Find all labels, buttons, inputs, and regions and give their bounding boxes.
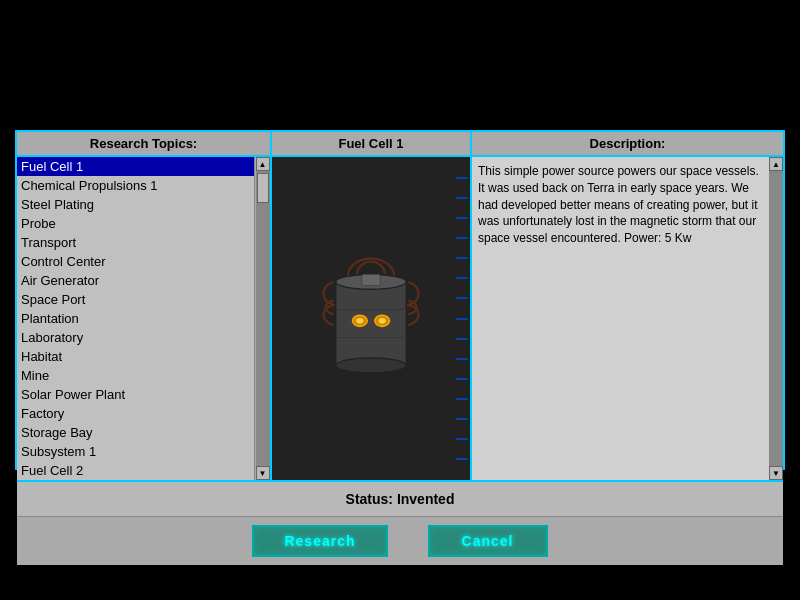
button-row: Research Cancel: [17, 517, 783, 565]
status-text: Status: Invented: [346, 491, 455, 507]
svg-point-2: [336, 358, 407, 373]
description-body: This simple power source powers our spac…: [472, 157, 783, 480]
middle-panel: Fuel Cell 1: [272, 132, 472, 480]
svg-point-8: [378, 318, 385, 324]
description-header: Description:: [472, 132, 783, 157]
list-item[interactable]: Chemical Propulsions 1: [17, 176, 254, 195]
research-button[interactable]: Research: [252, 525, 387, 557]
desc-scroll-up[interactable]: ▲: [769, 157, 783, 171]
list-item[interactable]: Laboratory: [17, 328, 254, 347]
desc-scroll-down[interactable]: ▼: [769, 466, 783, 480]
svg-rect-9: [362, 274, 381, 285]
left-panel: Research Topics: Fuel Cell 1Chemical Pro…: [17, 132, 272, 480]
svg-rect-0: [336, 281, 407, 365]
svg-point-7: [356, 318, 363, 324]
cancel-button[interactable]: Cancel: [428, 525, 548, 557]
fuel-cell-image: [311, 254, 431, 384]
decorative-lines: [454, 157, 470, 480]
dialog-main: Research Topics: Fuel Cell 1Chemical Pro…: [17, 132, 783, 482]
item-image-area: [272, 157, 470, 480]
list-item[interactable]: Factory: [17, 404, 254, 423]
list-item[interactable]: Solar Power Plant: [17, 385, 254, 404]
list-item[interactable]: Subsystem 1: [17, 442, 254, 461]
list-item[interactable]: Steel Plating: [17, 195, 254, 214]
list-item[interactable]: Transport: [17, 233, 254, 252]
list-item[interactable]: Air Generator: [17, 271, 254, 290]
topics-list[interactable]: Fuel Cell 1Chemical Propulsions 1Steel P…: [17, 157, 254, 480]
description-text: This simple power source powers our spac…: [478, 163, 777, 247]
scroll-thumb[interactable]: [257, 173, 269, 203]
list-item[interactable]: Habitat: [17, 347, 254, 366]
list-item[interactable]: Space Port: [17, 290, 254, 309]
list-item[interactable]: Mine: [17, 366, 254, 385]
item-name-header: Fuel Cell 1: [272, 132, 470, 157]
list-item[interactable]: Plantation: [17, 309, 254, 328]
right-panel: Description: This simple power source po…: [472, 132, 783, 480]
scroll-up-btn[interactable]: ▲: [256, 157, 270, 171]
desc-scroll-track: [769, 171, 783, 466]
list-item[interactable]: Fuel Cell 2: [17, 461, 254, 480]
bottom-section: Status: Invented Research Cancel: [17, 482, 783, 565]
desc-scrollbar: ▲ ▼: [769, 157, 783, 480]
list-item[interactable]: Control Center: [17, 252, 254, 271]
research-dialog: Research Topics: Fuel Cell 1Chemical Pro…: [15, 130, 785, 470]
topics-header: Research Topics:: [17, 132, 270, 157]
list-item[interactable]: Probe: [17, 214, 254, 233]
scroll-down-btn[interactable]: ▼: [256, 466, 270, 480]
list-item[interactable]: Fuel Cell 1: [17, 157, 254, 176]
topics-list-container: Fuel Cell 1Chemical Propulsions 1Steel P…: [17, 157, 270, 480]
list-item[interactable]: Storage Bay: [17, 423, 254, 442]
topics-scrollbar: ▲ ▼: [254, 157, 270, 480]
status-bar: Status: Invented: [17, 482, 783, 517]
scroll-track: [256, 171, 270, 466]
